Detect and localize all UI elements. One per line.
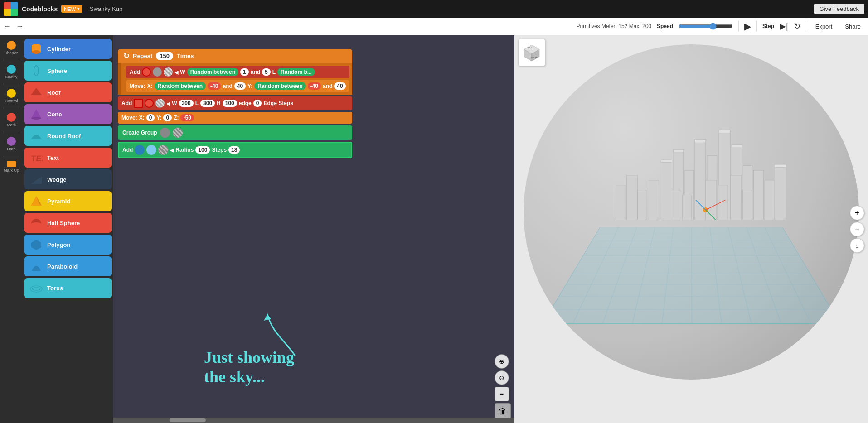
- reset-button[interactable]: ↻: [794, 21, 800, 31]
- radius-label: Radius: [175, 147, 194, 153]
- viewport-zoom-in-button[interactable]: +: [850, 206, 864, 220]
- code-canvas[interactable]: ↻ Repeat 150 Times Add ◂ W Random betwee…: [113, 35, 514, 423]
- trash-button[interactable]: 🗑: [495, 403, 511, 419]
- shape-color-stripe[interactable]: [164, 67, 173, 77]
- shape-round-roof-button[interactable]: Round Roof: [24, 126, 112, 146]
- main-area: Shapes Modify Control Math Data Mark Up: [0, 35, 868, 423]
- svg-rect-63: [661, 159, 672, 163]
- canvas-fit-button[interactable]: =: [495, 387, 509, 401]
- shape-sphere-button[interactable]: Sphere: [24, 61, 112, 81]
- shape-pyramid-button[interactable]: Pyramid: [24, 191, 112, 211]
- play-button[interactable]: ▶: [744, 21, 751, 32]
- wedge-icon: [29, 172, 44, 187]
- rand1-max[interactable]: 5: [262, 68, 271, 76]
- viewport-zoom-out-button[interactable]: −: [850, 222, 864, 236]
- round-roof-icon: [29, 129, 44, 143]
- edge-steps-label: Edge Steps: [263, 100, 293, 106]
- shape-blue-circle[interactable]: [135, 145, 145, 155]
- toolbar: ← → Primitives Meter: 152 Max: 200 Speed…: [0, 18, 868, 35]
- separator: [806, 21, 806, 32]
- add-block-3: Add ◂ Radius 100 Steps 18: [118, 142, 352, 158]
- z-val[interactable]: -50: [180, 114, 194, 121]
- steps-val[interactable]: 18: [228, 146, 240, 154]
- redo-button[interactable]: →: [16, 22, 24, 30]
- sidebar-item-math[interactable]: Math: [1, 111, 22, 129]
- x-val[interactable]: 0: [146, 114, 155, 121]
- rand3-max[interactable]: 40: [334, 82, 345, 90]
- shape-color-stripe-2[interactable]: [155, 99, 165, 108]
- canvas-scrollbar[interactable]: [113, 418, 514, 423]
- svg-point-8: [31, 117, 41, 120]
- sidebar-item-shapes[interactable]: Shapes: [1, 39, 22, 57]
- svg-point-3: [31, 66, 41, 76]
- separator: [3, 84, 19, 84]
- sidebar-item-data[interactable]: Data: [1, 135, 22, 153]
- move-block-1: Move: X: Random between -40 and 40 Y: Ra…: [126, 80, 349, 92]
- y-val[interactable]: 0: [163, 114, 172, 121]
- shape-text-button[interactable]: TEXT Text: [24, 148, 112, 168]
- shape-color-red[interactable]: [142, 67, 151, 77]
- separator: [3, 108, 19, 108]
- undo-button[interactable]: ←: [4, 22, 11, 30]
- control-icon: [7, 89, 16, 98]
- cone-icon: [29, 107, 44, 121]
- 3d-viewport[interactable]: TOP RIGHT: [514, 35, 868, 423]
- repeat-block-group: ↻ Repeat 150 Times Add ◂ W Random betwee…: [118, 49, 352, 158]
- canvas-zoom-out-button[interactable]: ⊖: [495, 370, 509, 385]
- scrollbar-thumb[interactable]: [170, 418, 206, 422]
- viewport-home-button[interactable]: ⌂: [850, 238, 864, 253]
- sidebar-item-modify[interactable]: Modify: [1, 63, 22, 81]
- new-button[interactable]: NEW ▾: [61, 5, 82, 13]
- step-button[interactable]: ▶|: [780, 21, 788, 31]
- rand1-min[interactable]: 1: [240, 68, 249, 76]
- separator: [3, 60, 19, 60]
- shape-roof-button[interactable]: Roof: [24, 82, 112, 102]
- shape-stripe-circle-3[interactable]: [158, 145, 168, 155]
- share-button[interactable]: Share: [841, 21, 864, 32]
- group-icon-1[interactable]: [160, 128, 170, 138]
- give-feedback-button[interactable]: Give Feedback: [814, 4, 864, 14]
- svg-marker-11: [31, 177, 42, 184]
- svg-rect-66: [718, 130, 730, 133]
- sidebar-item-control[interactable]: Control: [1, 87, 22, 105]
- export-button[interactable]: Export: [812, 21, 836, 32]
- shape-color-red-2[interactable]: [145, 99, 154, 108]
- svg-rect-58: [775, 165, 786, 220]
- w-val[interactable]: 300: [179, 100, 194, 107]
- rand2-max[interactable]: 40: [234, 82, 246, 90]
- repeat-count[interactable]: 150: [156, 52, 173, 60]
- shape-ltblue-circle[interactable]: [146, 145, 156, 155]
- shape-paraboloid-button[interactable]: Paraboloid: [24, 256, 112, 276]
- sidebar-item-markup[interactable]: Mark Up: [1, 159, 22, 174]
- edge-val[interactable]: 0: [253, 100, 262, 107]
- h-val[interactable]: 100: [223, 100, 237, 107]
- svg-rect-68: [775, 164, 786, 168]
- l-val[interactable]: 300: [200, 100, 215, 107]
- shape-wedge-button[interactable]: Wedge: [24, 169, 112, 189]
- shape-torus-button[interactable]: Torus: [24, 278, 112, 298]
- navigation-cube[interactable]: TOP RIGHT: [518, 39, 545, 66]
- w-label-2: W: [172, 100, 177, 106]
- rand3-min[interactable]: -40: [308, 82, 321, 90]
- radius-val[interactable]: 100: [195, 146, 210, 154]
- sidebar: Shapes Modify Control Math Data Mark Up: [0, 35, 23, 423]
- annotation-text: Just showing the sky...: [204, 348, 294, 387]
- random-between-1: Random between: [187, 68, 238, 76]
- canvas-zoom-in-button[interactable]: ⊕: [495, 354, 509, 369]
- rand2-min[interactable]: -40: [208, 82, 221, 90]
- group-icon-2[interactable]: [173, 128, 183, 138]
- shape-box-red[interactable]: [134, 99, 143, 108]
- l-label-2: L: [195, 100, 199, 106]
- shape-polygon-button[interactable]: Polygon: [24, 235, 112, 255]
- half-sphere-icon: [29, 216, 44, 230]
- shape-color-gray[interactable]: [153, 67, 162, 77]
- city-buildings: [560, 72, 832, 289]
- shape-half-sphere-button[interactable]: Half Sphere: [24, 213, 112, 233]
- separator: [3, 132, 19, 132]
- speed-slider[interactable]: [679, 23, 733, 30]
- shape-cone-button[interactable]: Cone: [24, 104, 112, 124]
- x-label-1: X:: [147, 83, 153, 89]
- 3d-circle-viewport: [524, 44, 859, 380]
- shape-cylinder-button[interactable]: Cylinder: [24, 39, 112, 59]
- svg-marker-18: [264, 314, 271, 321]
